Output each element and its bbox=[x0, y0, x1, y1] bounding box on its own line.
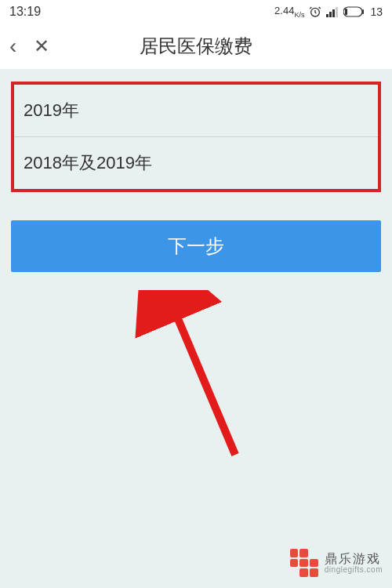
nav-header: ‹ ✕ 居民医保缴费 bbox=[0, 24, 392, 69]
svg-rect-7 bbox=[345, 9, 347, 15]
content: 2019年 2018年及2019年 下一步 bbox=[0, 69, 392, 272]
signal-icon bbox=[326, 6, 339, 17]
watermark-logo-icon bbox=[290, 549, 318, 577]
svg-line-9 bbox=[172, 306, 235, 455]
next-button[interactable]: 下一步 bbox=[11, 220, 381, 272]
status-bar: 13:19 2.44K/s 13 bbox=[0, 0, 392, 24]
svg-rect-3 bbox=[332, 9, 335, 17]
option-2019[interactable]: 2019年 bbox=[14, 85, 378, 137]
year-options-box: 2019年 2018年及2019年 bbox=[11, 82, 381, 192]
battery-icon bbox=[343, 6, 365, 17]
watermark-en: dinglegifts.com bbox=[325, 565, 383, 574]
network-speed: 2.44K/s bbox=[274, 5, 304, 19]
svg-rect-6 bbox=[362, 9, 364, 14]
svg-rect-1 bbox=[326, 14, 328, 17]
option-2018-2019[interactable]: 2018年及2019年 bbox=[14, 137, 378, 189]
svg-rect-4 bbox=[336, 7, 338, 17]
arrow-annotation bbox=[102, 290, 243, 463]
alarm-icon bbox=[309, 5, 321, 18]
watermark-cn: 鼎乐游戏 bbox=[325, 552, 383, 566]
svg-rect-2 bbox=[329, 12, 332, 17]
page-title: 居民医保缴费 bbox=[140, 34, 252, 59]
watermark-text: 鼎乐游戏 dinglegifts.com bbox=[325, 552, 383, 575]
back-icon[interactable]: ‹ bbox=[9, 34, 16, 59]
status-time: 13:19 bbox=[9, 5, 41, 19]
status-right: 2.44K/s 13 bbox=[274, 5, 383, 19]
close-icon[interactable]: ✕ bbox=[34, 35, 49, 57]
nav-left: ‹ ✕ bbox=[9, 34, 49, 59]
watermark: 鼎乐游戏 dinglegifts.com bbox=[290, 549, 383, 577]
battery-percent: 13 bbox=[370, 5, 383, 18]
